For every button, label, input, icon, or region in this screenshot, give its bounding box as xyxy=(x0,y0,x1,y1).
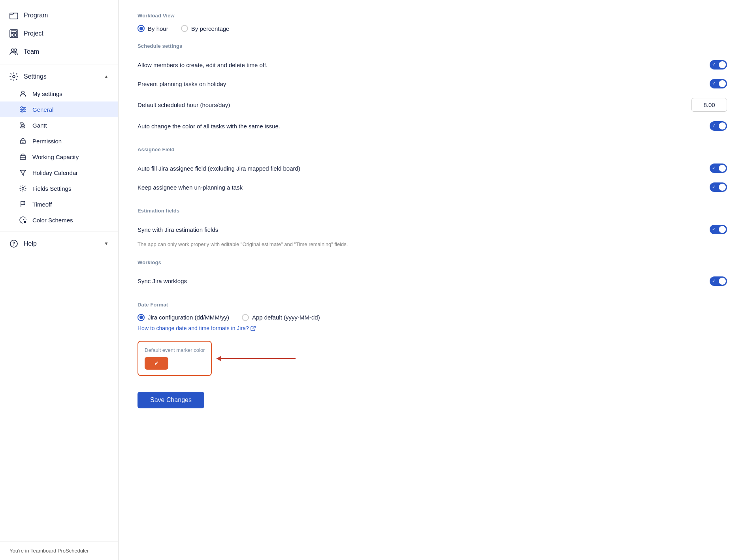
svg-marker-22 xyxy=(20,170,26,175)
radio-jira-config-circle xyxy=(138,314,145,321)
radio-jira-config-label: Jira configuration (dd/MMM/yy) xyxy=(148,314,229,321)
sidebar-item-label: Color Schemes xyxy=(32,217,73,224)
svg-point-6 xyxy=(14,49,17,52)
sidebar-item-my-settings[interactable]: My settings xyxy=(0,86,118,101)
help-icon xyxy=(9,239,18,248)
person-icon xyxy=(19,90,27,98)
estimation-fields-heading: Estimation fields xyxy=(138,208,727,214)
radio-app-default[interactable]: App default (yyyy-MM-dd) xyxy=(242,314,320,321)
save-button-container: Save Changes xyxy=(138,389,727,408)
svg-point-19 xyxy=(23,142,24,143)
briefcase-icon xyxy=(19,153,27,161)
svg-point-12 xyxy=(21,107,23,108)
toggle-check-icon: ✓ xyxy=(712,62,716,67)
prevent-holiday-toggle[interactable]: ✓ xyxy=(710,79,727,88)
allow-time-off-label: Allow members to create, edit and delete… xyxy=(138,62,703,68)
sync-estimation-toggle[interactable]: ✓ xyxy=(710,225,727,234)
sidebar-item-color-schemes[interactable]: Color Schemes xyxy=(0,212,118,228)
sync-worklogs-row: Sync Jira worklogs ✓ xyxy=(138,272,727,291)
event-marker-section-wrapper: Default event marker color ✓ xyxy=(138,341,212,379)
sidebar-item-label: Team xyxy=(24,48,39,55)
workload-view-heading: Workload View xyxy=(138,13,727,19)
svg-rect-16 xyxy=(21,125,24,126)
event-marker-section: Default event marker color ✓ xyxy=(138,341,212,376)
allow-time-off-toggle[interactable]: ✓ xyxy=(710,60,727,70)
sidebar-item-label: Project xyxy=(24,30,43,37)
sidebar-item-general[interactable]: General xyxy=(0,101,118,117)
keep-assignee-label: Keep assignee when un-planning a task xyxy=(138,184,703,191)
auto-color-toggle[interactable]: ✓ xyxy=(710,121,727,131)
svg-marker-29 xyxy=(217,356,221,361)
auto-fill-label: Auto fill Jira assignee field (excluding… xyxy=(138,165,703,172)
date-format-radio-group: Jira configuration (dd/MMM/yy) App defau… xyxy=(138,314,727,321)
settings-gear-icon xyxy=(9,72,18,81)
svg-line-27 xyxy=(253,326,255,329)
svg-point-5 xyxy=(11,49,14,52)
date-format-link[interactable]: How to change date and time formats in J… xyxy=(138,325,727,331)
toggle-check-icon: ✓ xyxy=(712,278,716,284)
sidebar-item-label: Timeoff xyxy=(32,201,52,208)
event-marker-container: Default event marker color ✓ xyxy=(138,341,727,379)
assignee-field-heading: Assignee Field xyxy=(138,147,727,152)
default-hours-input[interactable] xyxy=(691,98,727,112)
color-swatch-check-icon: ✓ xyxy=(154,360,159,366)
radio-by-hour-label: By hour xyxy=(148,25,168,32)
toggle-check-icon: ✓ xyxy=(712,81,716,86)
sidebar-item-project[interactable]: Project xyxy=(0,24,118,43)
arrow-svg xyxy=(217,353,303,365)
sync-worklogs-label: Sync Jira worklogs xyxy=(138,278,703,284)
svg-point-13 xyxy=(23,109,25,110)
radio-by-percentage[interactable]: By percentage xyxy=(181,25,230,32)
default-hours-label: Default scheduled hour (hours/day) xyxy=(138,101,685,108)
sidebar-settings-section[interactable]: Settings ▲ xyxy=(0,68,118,86)
chevron-down-icon: ▼ xyxy=(104,241,109,246)
sidebar-item-label: Program xyxy=(24,12,48,19)
svg-point-26 xyxy=(13,245,14,246)
svg-point-23 xyxy=(22,188,24,190)
svg-point-24 xyxy=(24,221,26,223)
sidebar-navigation: Program Project xyxy=(0,0,118,541)
sidebar-item-label: Working Capacity xyxy=(32,154,79,160)
sidebar-item-label: My settings xyxy=(32,90,62,97)
svg-rect-17 xyxy=(21,127,24,128)
sidebar-item-holiday-calendar[interactable]: Holiday Calendar xyxy=(0,165,118,180)
auto-fill-toggle[interactable]: ✓ xyxy=(710,163,727,173)
radio-jira-config[interactable]: Jira configuration (dd/MMM/yy) xyxy=(138,314,229,321)
svg-point-7 xyxy=(13,75,15,78)
sidebar-item-gantt[interactable]: Gantt xyxy=(0,117,118,133)
settings-label: Settings xyxy=(24,73,98,80)
radio-by-hour[interactable]: By hour xyxy=(138,25,168,32)
sidebar-item-permission[interactable]: Permission xyxy=(0,133,118,149)
sidebar-item-fields-settings[interactable]: Fields Settings xyxy=(0,180,118,196)
sidebar-item-working-capacity[interactable]: Working Capacity xyxy=(0,149,118,165)
sidebar-item-timeoff[interactable]: Timeoff xyxy=(0,196,118,212)
worklogs-heading: Worklogs xyxy=(138,259,727,265)
sync-estimation-label: Sync with Jira estimation fields xyxy=(138,226,703,233)
external-link-icon xyxy=(251,325,256,331)
svg-rect-4 xyxy=(14,34,17,36)
date-format-heading: Date Format xyxy=(138,302,727,308)
footer-text: You're in Teamboard ProScheduler xyxy=(9,548,89,554)
radio-app-default-circle xyxy=(242,314,249,321)
team-icon xyxy=(9,47,18,56)
help-label: Help xyxy=(24,240,98,247)
svg-point-14 xyxy=(21,111,23,112)
gantt-icon xyxy=(19,121,27,129)
filter-icon xyxy=(19,169,27,177)
permission-icon xyxy=(19,137,27,145)
color-swatch[interactable]: ✓ xyxy=(145,357,168,370)
sidebar-item-team[interactable]: Team xyxy=(0,43,118,61)
svg-rect-2 xyxy=(11,31,17,32)
sync-worklogs-toggle[interactable]: ✓ xyxy=(710,276,727,286)
toggle-check-icon: ✓ xyxy=(712,184,716,190)
folder-icon xyxy=(9,11,18,20)
sidebar-divider-2 xyxy=(0,231,118,231)
paint-icon xyxy=(19,216,27,224)
sidebar-item-label: Fields Settings xyxy=(32,185,71,192)
radio-app-default-label: App default (yyyy-MM-dd) xyxy=(252,314,320,321)
sidebar: Program Project xyxy=(0,0,119,560)
keep-assignee-toggle[interactable]: ✓ xyxy=(710,182,727,192)
sidebar-item-program[interactable]: Program xyxy=(0,6,118,24)
sidebar-help-section[interactable]: Help ▼ xyxy=(0,235,118,253)
save-changes-button[interactable]: Save Changes xyxy=(138,392,204,408)
